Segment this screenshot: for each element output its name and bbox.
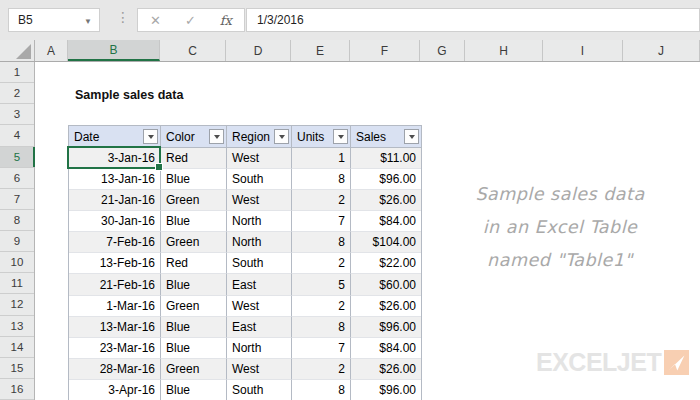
table-cell[interactable]: 8 <box>292 317 351 338</box>
table-cell[interactable]: Blue <box>161 338 227 359</box>
table-cell[interactable]: 2 <box>292 190 351 211</box>
fill-handle[interactable] <box>155 163 163 171</box>
sheet-canvas[interactable]: Sample sales data DateColorRegionUnitsSa… <box>35 62 700 400</box>
table-cell[interactable]: 5 <box>292 274 351 295</box>
sheet-title[interactable]: Sample sales data <box>75 88 183 102</box>
column-header-c[interactable]: C <box>160 40 226 61</box>
table-cell[interactable]: 2 <box>292 253 351 274</box>
row-header-1[interactable]: 1 <box>0 62 34 83</box>
table-cell[interactable]: $26.00 <box>351 359 421 380</box>
filter-dropdown-icon[interactable] <box>333 129 348 144</box>
table-cell[interactable]: 8 <box>292 232 351 253</box>
table-cell[interactable]: 7-Feb-16 <box>69 232 161 253</box>
table-cell[interactable]: 2 <box>292 359 351 380</box>
table-cell[interactable]: Green <box>161 296 227 317</box>
filter-dropdown-icon[interactable] <box>143 129 158 144</box>
table-cell[interactable]: 30-Jan-16 <box>69 211 161 232</box>
table-cell[interactable]: Blue <box>161 274 227 295</box>
table-cell[interactable]: North <box>227 232 292 253</box>
table-cell[interactable]: West <box>227 148 292 169</box>
table-cell[interactable]: $96.00 <box>351 380 421 400</box>
table-cell[interactable]: 21-Jan-16 <box>69 190 161 211</box>
table-cell[interactable]: Green <box>161 232 227 253</box>
table-cell[interactable]: 13-Feb-16 <box>69 253 161 274</box>
table-cell[interactable]: East <box>227 317 292 338</box>
row-header-10[interactable]: 10 <box>0 252 34 273</box>
table-cell[interactable]: South <box>227 169 292 190</box>
row-header-5[interactable]: 5 <box>0 147 34 168</box>
row-header-2[interactable]: 2 <box>0 83 34 104</box>
table-header-region[interactable]: Region <box>227 126 292 148</box>
name-box-dropdown-icon[interactable]: ▼ <box>84 17 92 26</box>
table-cell[interactable]: 7 <box>292 338 351 359</box>
filter-dropdown-icon[interactable] <box>209 129 224 144</box>
column-header-d[interactable]: D <box>226 40 291 61</box>
row-header-11[interactable]: 11 <box>0 273 34 294</box>
table-cell[interactable]: 3-Apr-16 <box>69 380 161 400</box>
table-cell[interactable]: $26.00 <box>351 296 421 317</box>
table-cell[interactable]: 1-Mar-16 <box>69 296 161 317</box>
row-header-15[interactable]: 15 <box>0 358 34 379</box>
table-header-units[interactable]: Units <box>292 126 351 148</box>
table-cell[interactable]: 13-Jan-16 <box>69 169 161 190</box>
table-cell[interactable]: 23-Mar-16 <box>69 338 161 359</box>
row-header-14[interactable]: 14 <box>0 337 34 358</box>
table-cell[interactable]: 1 <box>292 148 351 169</box>
column-header-i[interactable]: I <box>543 40 623 61</box>
table-cell[interactable]: Blue <box>161 317 227 338</box>
table-cell[interactable]: 8 <box>292 169 351 190</box>
table-cell[interactable]: West <box>227 190 292 211</box>
row-header-4[interactable]: 4 <box>0 125 34 146</box>
table-cell[interactable]: 7 <box>292 211 351 232</box>
table-cell[interactable]: 21-Feb-16 <box>69 274 161 295</box>
table-cell[interactable]: North <box>227 211 292 232</box>
table-cell[interactable]: North <box>227 338 292 359</box>
row-header-7[interactable]: 7 <box>0 189 34 210</box>
table-cell[interactable]: $26.00 <box>351 190 421 211</box>
column-header-f[interactable]: F <box>350 40 420 61</box>
table-cell[interactable]: $84.00 <box>351 211 421 232</box>
table-header-sales[interactable]: Sales <box>351 126 421 148</box>
select-all-corner[interactable] <box>0 40 35 61</box>
table-cell[interactable]: Red <box>161 148 227 169</box>
table-cell[interactable]: Green <box>161 190 227 211</box>
row-header-16[interactable]: 16 <box>0 379 34 400</box>
table-cell[interactable]: 3-Jan-16 <box>69 148 161 169</box>
table-cell[interactable]: 2 <box>292 296 351 317</box>
table-header-date[interactable]: Date <box>69 126 161 148</box>
column-header-a[interactable]: A <box>35 40 68 61</box>
table-cell[interactable]: 28-Mar-16 <box>69 359 161 380</box>
table-cell[interactable]: $84.00 <box>351 338 421 359</box>
table-cell[interactable]: Blue <box>161 211 227 232</box>
table-cell[interactable]: $60.00 <box>351 274 421 295</box>
table-cell[interactable]: East <box>227 274 292 295</box>
table-cell[interactable]: Green <box>161 359 227 380</box>
row-header-13[interactable]: 13 <box>0 316 34 337</box>
column-header-b[interactable]: B <box>68 40 160 61</box>
row-header-12[interactable]: 12 <box>0 294 34 315</box>
column-header-g[interactable]: G <box>420 40 465 61</box>
table-cell[interactable]: $11.00 <box>351 148 421 169</box>
table-cell[interactable]: Blue <box>161 380 227 400</box>
table-cell[interactable]: West <box>227 296 292 317</box>
table-cell[interactable]: 13-Mar-16 <box>69 317 161 338</box>
name-box[interactable]: B5 ▼ <box>8 8 100 32</box>
row-header-9[interactable]: 9 <box>0 231 34 252</box>
table-cell[interactable]: South <box>227 380 292 400</box>
table-cell[interactable]: South <box>227 253 292 274</box>
enter-icon[interactable]: ✓ <box>185 14 196 27</box>
filter-dropdown-icon[interactable] <box>404 129 419 144</box>
table-cell[interactable]: 8 <box>292 380 351 400</box>
insert-function-icon[interactable]: fx <box>220 13 232 28</box>
table-cell[interactable]: West <box>227 359 292 380</box>
table-cell[interactable]: $104.00 <box>351 232 421 253</box>
table-header-color[interactable]: Color <box>161 126 227 148</box>
cancel-icon[interactable]: ✕ <box>150 14 161 27</box>
table-cell[interactable]: $96.00 <box>351 169 421 190</box>
filter-dropdown-icon[interactable] <box>274 129 289 144</box>
formula-bar-input[interactable]: 1/3/2016 <box>246 8 700 32</box>
column-header-e[interactable]: E <box>291 40 350 61</box>
table-cell[interactable]: Red <box>161 253 227 274</box>
row-header-6[interactable]: 6 <box>0 168 34 189</box>
table-cell[interactable]: Blue <box>161 169 227 190</box>
